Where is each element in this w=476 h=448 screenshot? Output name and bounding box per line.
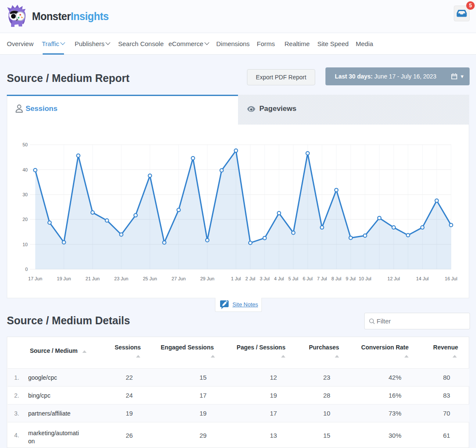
svg-text:21 Jun: 21 Jun xyxy=(86,276,100,281)
svg-text:30: 30 xyxy=(23,192,28,197)
svg-text:1 Jul: 1 Jul xyxy=(231,276,241,281)
svg-text:27 Jun: 27 Jun xyxy=(171,276,186,281)
svg-text:3 Jul: 3 Jul xyxy=(260,276,270,281)
svg-text:23 Jun: 23 Jun xyxy=(114,276,128,281)
svg-text:12 Jul: 12 Jul xyxy=(387,276,400,281)
svg-text:9 Jul: 9 Jul xyxy=(346,276,356,281)
svg-text:20: 20 xyxy=(23,217,28,222)
svg-text:40: 40 xyxy=(23,167,28,172)
svg-text:17 Jun: 17 Jun xyxy=(28,276,42,281)
svg-text:29 Jun: 29 Jun xyxy=(200,276,214,281)
svg-text:10 Jul: 10 Jul xyxy=(359,276,371,281)
svg-text:19 Jun: 19 Jun xyxy=(57,276,71,281)
svg-text:0: 0 xyxy=(25,267,28,272)
svg-text:5 Jul: 5 Jul xyxy=(288,276,298,281)
svg-text:4 Jul: 4 Jul xyxy=(274,276,284,281)
svg-text:10: 10 xyxy=(23,242,28,247)
svg-text:2 Jul: 2 Jul xyxy=(245,276,255,281)
svg-text:14 Jul: 14 Jul xyxy=(416,276,429,281)
svg-text:50: 50 xyxy=(23,142,28,147)
svg-text:6 Jul: 6 Jul xyxy=(303,276,313,281)
svg-text:8 Jul: 8 Jul xyxy=(331,276,341,281)
svg-text:7 Jul: 7 Jul xyxy=(317,276,327,281)
svg-text:25 Jun: 25 Jun xyxy=(143,276,157,281)
svg-text:16 Jul: 16 Jul xyxy=(445,276,457,281)
